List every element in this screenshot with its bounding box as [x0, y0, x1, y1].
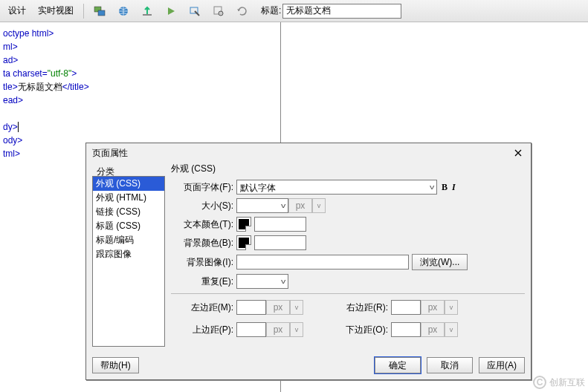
svg-rect-3	[143, 14, 152, 16]
margin-bottom-input[interactable]	[391, 322, 421, 337]
margin-left-input[interactable]	[236, 300, 266, 315]
margin-right-input[interactable]	[391, 300, 421, 315]
margin-bottom-unit: px	[421, 322, 445, 337]
play-icon[interactable]	[160, 2, 182, 20]
font-label: 页面字体(F):	[171, 181, 236, 194]
category-list[interactable]: 外观 (CSS) 外观 (HTML) 链接 (CSS) 标题 (CSS) 标题/…	[92, 176, 165, 347]
watermark-logo-icon: C	[533, 376, 546, 389]
bold-button[interactable]: B	[442, 182, 448, 193]
repeat-label: 重复(E):	[171, 275, 236, 288]
dialog-titlebar[interactable]: 页面属性	[86, 143, 531, 163]
dialog-footer: 帮助(H) 确定 取消 应用(A)	[92, 357, 525, 373]
divider	[171, 293, 525, 294]
main-toolbar: 设计 实时视图 标题:	[0, 0, 588, 22]
text-color-input[interactable]	[254, 217, 306, 232]
apply-button[interactable]: 应用(A)	[479, 357, 525, 373]
bg-color-label: 背景颜色(B):	[171, 237, 236, 249]
bg-image-label: 背景图像(I):	[171, 256, 236, 269]
margin-right-label: 右边距(R):	[333, 301, 391, 314]
category-item-tracking-image[interactable]: 跟踪图像	[93, 247, 164, 261]
bg-image-input[interactable]	[236, 255, 409, 270]
size-combo[interactable]	[236, 198, 288, 213]
margin-top-unit: px	[266, 322, 290, 337]
margin-bottom-unit-dropdown[interactable]: v	[445, 322, 458, 337]
text-color-label: 文本颜色(T):	[171, 218, 236, 231]
text-caret	[18, 122, 19, 132]
text-color-swatch[interactable]	[236, 217, 251, 232]
browse-button[interactable]: 浏览(W)...	[412, 254, 468, 270]
margin-top-unit-dropdown[interactable]: v	[290, 322, 303, 337]
watermark: C 创新互联	[533, 376, 585, 389]
title-label: 标题:	[261, 4, 281, 17]
page-font-combo[interactable]: 默认字体	[236, 180, 437, 195]
inspect-icon[interactable]	[184, 2, 206, 20]
category-heading: 分类	[97, 166, 114, 178]
margin-right-unit: px	[421, 300, 445, 315]
category-item-appearance-css[interactable]: 外观 (CSS)	[93, 177, 164, 191]
cancel-button[interactable]: 取消	[427, 357, 473, 373]
live-view-tab[interactable]: 实时视图	[33, 1, 79, 20]
upload-icon[interactable]	[136, 2, 158, 20]
page-properties-dialog: 页面属性 分类 外观 (CSS) 外观 (HTML) 链接 (CSS) 标题 (…	[85, 143, 532, 380]
margin-left-label: 左边距(M):	[171, 301, 236, 314]
form-panel: 外观 (CSS) 页面字体(F): 默认字体 B I 大小(S): px v 文…	[171, 163, 525, 351]
svg-marker-4	[168, 7, 175, 15]
design-tab[interactable]: 设计	[3, 1, 31, 20]
margin-bottom-label: 下边距(O):	[333, 324, 391, 336]
size-unit-dropdown[interactable]: v	[312, 198, 326, 213]
margin-top-input[interactable]	[236, 322, 266, 337]
margin-right-unit-dropdown[interactable]: v	[445, 300, 458, 315]
multiscreen-icon[interactable]	[88, 2, 111, 20]
repeat-combo[interactable]	[236, 274, 288, 289]
svg-point-7	[219, 11, 223, 16]
tool-icon[interactable]	[207, 2, 230, 20]
document-title-input[interactable]	[282, 4, 401, 19]
italic-button[interactable]: I	[452, 182, 456, 193]
ok-button[interactable]: 确定	[375, 357, 421, 373]
margin-top-label: 上边距(P):	[171, 324, 236, 336]
globe-icon[interactable]	[112, 2, 135, 20]
separator	[83, 4, 84, 19]
category-item-appearance-html[interactable]: 外观 (HTML)	[93, 191, 164, 205]
dialog-title: 页面属性	[92, 147, 128, 160]
margin-left-unit: px	[266, 300, 290, 315]
refresh-icon[interactable]	[231, 2, 253, 20]
close-icon[interactable]	[511, 146, 525, 160]
margin-left-unit-dropdown[interactable]: v	[290, 300, 303, 315]
bg-color-input[interactable]	[254, 235, 306, 250]
svg-rect-1	[98, 10, 105, 16]
watermark-text: 创新互联	[549, 376, 585, 389]
category-item-links[interactable]: 链接 (CSS)	[93, 205, 164, 219]
help-button[interactable]: 帮助(H)	[92, 357, 139, 373]
size-unit: px	[288, 198, 312, 213]
category-item-headings[interactable]: 标题 (CSS)	[93, 219, 164, 233]
bg-color-swatch[interactable]	[236, 235, 251, 250]
category-item-title-encoding[interactable]: 标题/编码	[93, 233, 164, 247]
panel-title: 外观 (CSS)	[171, 163, 525, 175]
size-label: 大小(S):	[171, 200, 236, 212]
